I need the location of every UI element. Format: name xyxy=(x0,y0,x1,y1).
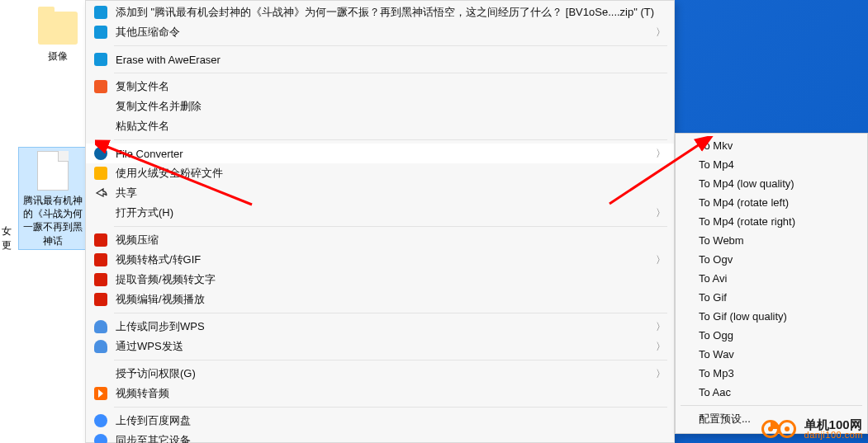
wps-video-compress-icon xyxy=(92,232,109,248)
menu-item-fileconverter[interactable]: File Converter〉 xyxy=(86,144,674,163)
folder-label: 摄像 xyxy=(31,49,84,64)
chevron-right-icon: 〉 xyxy=(656,340,666,354)
menu-item-openwith[interactable]: 打开方式(H)〉 xyxy=(86,203,674,223)
menu-item-copyname-del[interactable]: 复制文件名并删除 xyxy=(86,97,674,116)
menu-separator xyxy=(114,226,667,227)
submenu-item-label: To Mp3 xyxy=(699,367,734,379)
video-to-audio-icon xyxy=(92,385,109,402)
menu-item-syncother[interactable]: 同步至其它设备 xyxy=(86,431,674,443)
watermark-en: danji100.com xyxy=(804,431,863,440)
menu-item-videdit[interactable]: 视频编辑/视频播放 xyxy=(86,290,674,309)
submenu-item-label: To Gif (low quality) xyxy=(699,310,787,323)
submenu-item-label: To Webm xyxy=(699,234,744,247)
chevron-right-icon: 〉 xyxy=(656,206,666,220)
watermark: 单机100网 danji100.com xyxy=(761,418,863,440)
chevron-right-icon: 〉 xyxy=(656,367,666,381)
submenu-item-to-webm[interactable]: To Webm xyxy=(676,231,867,250)
submenu-item-label: To Ogg xyxy=(699,329,733,342)
baidu-upload-icon xyxy=(92,412,109,429)
copy-name-icon xyxy=(92,78,109,95)
menu-item-extractaudio[interactable]: 提取音频/视频转文字 xyxy=(86,270,674,290)
submenu-item-label: To Gif xyxy=(699,291,727,304)
submenu-item-label: To Avi xyxy=(699,272,727,285)
menu-item-share[interactable]: 共享 xyxy=(86,183,674,203)
menu-item-label: 视频转音频 xyxy=(116,386,666,401)
menu-item-wpssend[interactable]: 通过WPS发送〉 xyxy=(86,337,674,356)
submenu-item-label: To Mp4 (rotate left) xyxy=(699,196,789,209)
menu-item-label: 同步至其它设备 xyxy=(116,433,666,443)
submenu-item-to-mp3[interactable]: To Mp3 xyxy=(676,364,867,383)
menu-item-vidconvert[interactable]: 视频转格式/转GIF〉 xyxy=(86,250,674,270)
menu-item-copyname[interactable]: 复制文件名 xyxy=(86,77,674,97)
menu-item-label: 授予访问权限(G) xyxy=(116,366,649,381)
wps-cloud-upload-icon xyxy=(92,318,109,335)
file-item-selected[interactable]: 腾讯最有机神的《斗战为何一蹶不再到黑神话 xyxy=(18,147,88,250)
menu-item-grantaccess[interactable]: 授予访问权限(G)〉 xyxy=(86,364,674,384)
menu-item-huorong[interactable]: 使用火绒安全粉碎文件 xyxy=(86,163,674,183)
wps-extract-audio-icon xyxy=(92,271,109,288)
menu-separator xyxy=(114,45,667,46)
blank-icon xyxy=(92,118,109,134)
huorong-icon xyxy=(92,165,109,181)
file-converter-submenu: To MkvTo Mp4To Mp4 (low quality)To Mp4 (… xyxy=(675,133,868,434)
submenu-item-to-avi[interactable]: To Avi xyxy=(676,269,867,288)
submenu-item-to-mp4-rotate-right[interactable]: To Mp4 (rotate right) xyxy=(676,212,867,231)
submenu-item-to-aac[interactable]: To Aac xyxy=(676,383,867,402)
menu-item-label: 粘贴文件名 xyxy=(116,119,666,134)
menu-separator xyxy=(114,313,667,313)
menu-item-vidcompress[interactable]: 视频压缩 xyxy=(86,230,674,250)
archive-icon xyxy=(92,24,109,40)
share-icon xyxy=(92,185,109,201)
file-icon xyxy=(37,151,69,191)
file-label: 腾讯最有机神的《斗战为何一蹶不再到黑神话 xyxy=(21,194,85,247)
menu-item-label: 打开方式(H) xyxy=(116,205,649,220)
grant-access-icon xyxy=(92,365,109,382)
menu-item-label: 其他压缩命令 xyxy=(116,25,649,40)
chevron-right-icon: 〉 xyxy=(656,320,666,334)
chevron-right-icon: 〉 xyxy=(656,147,666,161)
submenu-item-to-gif[interactable]: To Gif xyxy=(676,288,867,307)
wps-video-edit-icon xyxy=(92,291,109,308)
submenu-item-label: To Mkv xyxy=(699,139,733,152)
menu-item-label: 提取音频/视频转文字 xyxy=(116,272,666,287)
baidu-sync-icon xyxy=(92,432,109,443)
submenu-item-to-ogg[interactable]: To Ogg xyxy=(676,326,867,345)
watermark-cn: 单机100网 xyxy=(804,418,863,431)
submenu-item-to-mp4-low-quality[interactable]: To Mp4 (low quality) xyxy=(676,174,867,193)
watermark-logo-icon xyxy=(761,418,799,440)
menu-item-label: 视频编辑/视频播放 xyxy=(116,292,666,307)
menu-item-label: File Converter xyxy=(116,148,649,160)
folder-item[interactable]: 摄像 xyxy=(31,12,84,64)
submenu-item-label: To Mp4 (low quality) xyxy=(699,177,794,190)
menu-item-addzip[interactable]: 添加到 "腾讯最有机会封神的《斗战神》为何一蹶不振？再到黑神话悟空，这之间经历了… xyxy=(86,2,674,22)
submenu-separator xyxy=(681,405,862,406)
submenu-item-to-wav[interactable]: To Wav xyxy=(676,345,867,364)
menu-item-uploadbaidu[interactable]: 上传到百度网盘 xyxy=(86,411,674,431)
eraser-icon xyxy=(92,51,109,68)
menu-item-aweeraser[interactable]: Erase with AweEraser xyxy=(86,49,674,69)
open-with-icon xyxy=(92,205,109,221)
submenu-item-label: To Mp4 (rotate right) xyxy=(699,215,795,228)
menu-item-label: 视频转格式/转GIF xyxy=(116,252,649,267)
wps-send-icon xyxy=(92,338,109,355)
submenu-item-to-mkv[interactable]: To Mkv xyxy=(676,136,867,155)
menu-item-label: 上传到百度网盘 xyxy=(116,413,666,428)
submenu-item-to-gif-low-quality[interactable]: To Gif (low quality) xyxy=(676,307,867,326)
submenu-item-to-mp4[interactable]: To Mp4 xyxy=(676,155,867,174)
menu-item-uploadwps[interactable]: 上传或同步到WPS〉 xyxy=(86,317,674,337)
menu-item-label: Erase with AweEraser xyxy=(116,54,666,66)
menu-item-pastename[interactable]: 粘贴文件名 xyxy=(86,116,674,136)
menu-item-vid2audio[interactable]: 视频转音频 xyxy=(86,384,674,403)
submenu-item-to-ogv[interactable]: To Ogv xyxy=(676,250,867,269)
menu-item-label: 复制文件名并删除 xyxy=(116,99,666,114)
menu-item-label: 共享 xyxy=(116,186,666,200)
menu-separator xyxy=(114,407,667,408)
folder-icon xyxy=(38,12,78,45)
menu-item-label: 视频压缩 xyxy=(116,233,666,247)
blank-icon xyxy=(92,98,109,115)
wps-video-convert-icon xyxy=(92,252,109,268)
menu-item-othercompress[interactable]: 其他压缩命令〉 xyxy=(86,22,674,42)
submenu-item-label: To Ogv xyxy=(699,253,733,266)
menu-item-label: 上传或同步到WPS xyxy=(116,319,649,334)
submenu-item-to-mp4-rotate-left[interactable]: To Mp4 (rotate left) xyxy=(676,193,867,212)
